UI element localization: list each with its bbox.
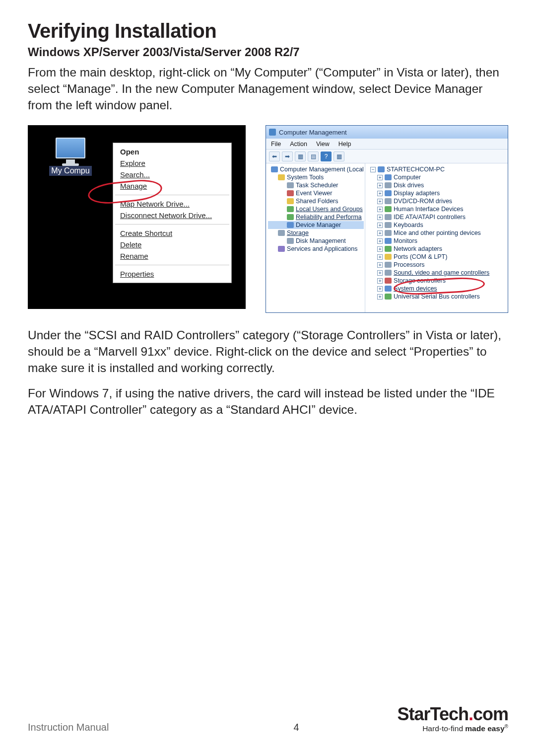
menu-manage[interactable]: Manage (113, 180, 231, 192)
folder-icon (287, 198, 294, 204)
tree-services[interactable]: Services and Applications (268, 245, 364, 253)
computer-icon (385, 174, 392, 180)
back-button[interactable]: ⬅ (269, 151, 280, 161)
dev-network[interactable]: +Network adapters (367, 245, 507, 253)
dev-computer[interactable]: +Computer (367, 173, 507, 181)
network-icon (385, 246, 392, 252)
tree-storage[interactable]: Storage (268, 229, 364, 237)
dvd-icon (385, 198, 392, 204)
menubar: File Action View Help (266, 139, 508, 150)
tree-disk-mgmt[interactable]: Disk Management (268, 237, 364, 245)
sys-icon (385, 286, 392, 292)
menu-properties[interactable]: Properties (113, 268, 231, 280)
device-tree: −STARTECHCOM-PC +Computer +Disk drives +… (365, 163, 508, 312)
brand-logo: StarTech.com (398, 704, 508, 725)
window-body: Computer Management (Local System Tools … (266, 163, 508, 312)
figure-computer-management: Computer Management File Action View Hel… (266, 125, 508, 313)
tree-root[interactable]: Computer Management (Local (268, 165, 364, 173)
collapse-icon[interactable]: − (370, 167, 376, 172)
brand-block: StarTech.com Hard-to-find made easy® (398, 704, 508, 733)
figure-row: My Compu Open Explore Search... Manage M… (28, 125, 508, 313)
services-icon (278, 246, 285, 252)
window-titlebar[interactable]: Computer Management (266, 126, 508, 139)
dev-storage-controllers[interactable]: +Storage controllers (367, 277, 507, 285)
tree-shared-folders[interactable]: Shared Folders (268, 197, 364, 205)
my-computer-icon[interactable]: My Compu (43, 138, 98, 176)
toolbar: ⬅ ➡ ▦ ▤ ? ▦ (266, 150, 508, 163)
dev-ide[interactable]: +IDE ATA/ATAPI controllers (367, 213, 507, 221)
storage-icon (278, 230, 285, 236)
menu-disconnect-drive[interactable]: Disconnect Network Drive... (113, 210, 231, 221)
tree-reliability[interactable]: Reliability and Performa (268, 213, 364, 221)
window-title: Computer Management (279, 129, 347, 136)
app-icon (269, 129, 276, 136)
monitor-icon (385, 238, 392, 244)
menu-rename[interactable]: Rename (113, 250, 231, 262)
dev-mice[interactable]: +Mice and other pointing devices (367, 229, 507, 237)
manual-page: Verifying Installation Windows XP/Server… (0, 0, 536, 756)
menu-help[interactable]: Help (338, 141, 351, 148)
monitor-icon (56, 138, 85, 158)
hid-icon (385, 206, 392, 212)
perf-icon (287, 214, 294, 220)
menu-open[interactable]: Open (113, 146, 231, 157)
dev-processors[interactable]: +Processors (367, 261, 507, 269)
menu-action[interactable]: Action (290, 141, 307, 148)
menu-create-shortcut[interactable]: Create Shortcut (113, 227, 231, 239)
disk-icon (287, 238, 294, 244)
menu-search[interactable]: Search... (113, 169, 231, 180)
figure-context-menu: My Compu Open Explore Search... Manage M… (28, 125, 246, 309)
brand-tagline: Hard-to-find made easy® (398, 724, 508, 733)
cpu-icon (385, 262, 392, 268)
page-title: Verifying Installation (28, 20, 508, 42)
mgmt-icon (271, 166, 278, 172)
dev-ports[interactable]: +Ports (COM & LPT) (367, 253, 507, 261)
usb-icon (385, 294, 392, 300)
forward-button[interactable]: ➡ (282, 151, 293, 161)
mouse-icon (385, 230, 392, 236)
event-icon (287, 190, 294, 196)
left-tree: Computer Management (Local System Tools … (266, 163, 365, 312)
menu-delete[interactable]: Delete (113, 239, 231, 250)
keyboard-icon (385, 222, 392, 228)
dev-system-devices[interactable]: +System devices (367, 285, 507, 293)
context-menu: Open Explore Search... Manage Map Networ… (113, 143, 232, 283)
my-computer-label: My Compu (49, 166, 91, 176)
paragraph-3: For Windows 7, if using the native drive… (28, 385, 508, 418)
dev-display[interactable]: +Display adapters (367, 189, 507, 197)
tree-event-viewer[interactable]: Event Viewer (268, 189, 364, 197)
ide-icon (385, 214, 392, 220)
refresh-button[interactable]: ▦ (334, 151, 344, 161)
properties-button[interactable]: ▤ (308, 151, 319, 161)
dev-sound[interactable]: +Sound, video and game controllers (367, 269, 507, 277)
tree-task-scheduler[interactable]: Task Scheduler (268, 181, 364, 189)
paragraph-1: From the main desktop, right-click on “M… (28, 64, 508, 113)
help-button[interactable]: ? (321, 151, 332, 161)
storage-ctrl-icon (385, 278, 392, 284)
dev-hid[interactable]: +Human Interface Devices (367, 205, 507, 213)
dev-keyboards[interactable]: +Keyboards (367, 221, 507, 229)
up-button[interactable]: ▦ (295, 151, 306, 161)
dev-dvd[interactable]: +DVD/CD-ROM drives (367, 197, 507, 205)
dev-usb[interactable]: +Universal Serial Bus controllers (367, 293, 507, 301)
tree-device-manager[interactable]: Device Manager (268, 221, 364, 229)
tree-local-users[interactable]: Local Users and Groups (268, 205, 364, 213)
dev-disk-drives[interactable]: +Disk drives (367, 181, 507, 189)
menu-map-drive[interactable]: Map Network Drive... (113, 198, 231, 210)
page-footer: Instruction Manual 4 StarTech.com Hard-t… (28, 704, 508, 733)
tree-system-tools[interactable]: System Tools (268, 173, 364, 181)
pc-icon (378, 166, 385, 172)
section-subtitle: Windows XP/Server 2003/Vista/Server 2008… (28, 45, 508, 59)
page-number: 4 (293, 722, 299, 733)
users-icon (287, 206, 294, 212)
dev-monitors[interactable]: +Monitors (367, 237, 507, 245)
dev-pc[interactable]: −STARTECHCOM-PC (367, 165, 507, 173)
folder-icon (278, 174, 285, 180)
footer-label: Instruction Manual (28, 722, 109, 733)
menu-file[interactable]: File (271, 141, 281, 148)
clock-icon (287, 182, 294, 188)
sound-icon (385, 270, 392, 276)
menu-view[interactable]: View (316, 141, 330, 148)
menu-explore[interactable]: Explore (113, 157, 231, 169)
paragraph-2: Under the “SCSI and RAID Controllers” ca… (28, 327, 508, 376)
